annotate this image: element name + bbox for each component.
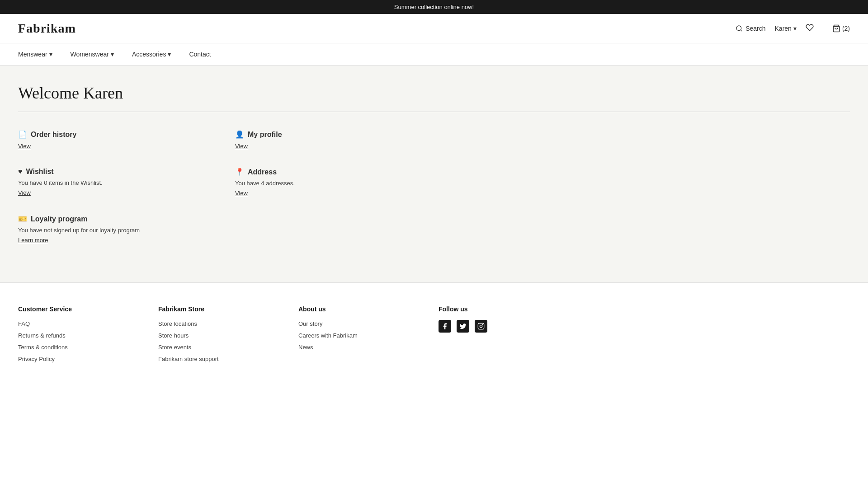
profile-icon: 👤 [235,130,244,139]
footer-our-story-link[interactable]: Our story [298,320,322,327]
svg-point-0 [736,26,741,31]
my-profile-view-link[interactable]: View [235,143,248,150]
main-nav: Menswear ▾ Womenswear ▾ Accessories ▾ Co… [0,43,868,66]
footer-news-link[interactable]: News [298,344,313,351]
footer-faq-link[interactable]: FAQ [18,320,30,327]
address-view-link[interactable]: View [235,190,248,197]
nav-accessories[interactable]: Accessories ▾ [123,43,180,65]
loyalty-icon: 🎫 [18,215,27,223]
wishlist-view-link[interactable]: View [18,189,31,196]
footer-store-locations-link[interactable]: Store locations [158,320,197,327]
footer-store-hours-link[interactable]: Store hours [158,332,189,339]
chevron-down-icon: ▾ [49,51,52,58]
footer-customer-service: Customer Service FAQ Returns & refunds T… [18,305,140,367]
account-grid: 📄 Order history View 👤 My profile View ♥… [18,130,425,244]
footer-follow-us: Follow us [439,305,561,367]
svg-point-5 [482,324,483,325]
my-profile-section: 👤 My profile View [235,130,425,150]
footer-privacy-link[interactable]: Privacy Policy [18,356,55,362]
heart-icon [806,23,814,32]
wishlist-icon: ♥ [18,168,23,176]
svg-rect-3 [478,323,484,329]
chevron-down-icon: ▾ [793,25,797,32]
wishlist-section: ♥ Wishlist You have 0 items in the Wishl… [18,168,208,197]
nav-womenswear[interactable]: Womenswear ▾ [61,43,123,65]
address-icon: 📍 [235,168,244,176]
twitter-icon[interactable] [457,320,469,333]
order-history-section: 📄 Order history View [18,130,208,150]
footer-terms-link[interactable]: Terms & conditions [18,344,68,351]
footer-about-us: About us Our story Careers with Fabrikam… [298,305,420,367]
address-section: 📍 Address You have 4 addresses. View [235,168,425,197]
header-right: Search Karen ▾ (2) [736,23,850,34]
search-button[interactable]: Search [736,25,765,32]
loyalty-program-section: 🎫 Loyalty program You have not signed up… [18,215,208,244]
page-title: Welcome Karen [18,84,850,103]
logo[interactable]: Fabrikam [18,21,76,36]
order-history-view-link[interactable]: View [18,143,31,150]
separator [18,112,850,112]
nav-menswear[interactable]: Menswear ▾ [18,43,61,65]
footer-careers-link[interactable]: Careers with Fabrikam [298,332,358,339]
chevron-down-icon: ▾ [111,51,114,58]
cart-button[interactable]: (2) [832,24,850,33]
footer: Customer Service FAQ Returns & refunds T… [0,282,868,380]
search-icon [736,25,743,32]
instagram-icon[interactable] [475,320,487,333]
footer-fabrikam-store: Fabrikam Store Store locations Store hou… [158,305,280,367]
svg-line-1 [741,30,742,31]
footer-store-support-link[interactable]: Fabrikam store support [158,356,219,362]
header: Fabrikam Search Karen ▾ (2) [0,14,868,43]
footer-store-events-link[interactable]: Store events [158,344,191,351]
loyalty-learn-more-link[interactable]: Learn more [18,237,48,244]
main-content: Welcome Karen 📄 Order history View 👤 My … [0,66,868,282]
order-history-icon: 📄 [18,130,27,139]
social-icons [439,320,561,333]
nav-contact[interactable]: Contact [180,43,220,65]
footer-grid: Customer Service FAQ Returns & refunds T… [18,305,561,367]
cart-icon [832,24,840,33]
header-divider [823,23,823,34]
wishlist-button[interactable] [806,23,814,34]
top-banner: Summer collection online now! [0,0,868,14]
facebook-icon[interactable] [439,320,451,333]
footer-returns-link[interactable]: Returns & refunds [18,332,66,339]
user-menu-button[interactable]: Karen ▾ [775,25,797,32]
chevron-down-icon: ▾ [168,51,171,58]
svg-point-4 [480,325,482,327]
